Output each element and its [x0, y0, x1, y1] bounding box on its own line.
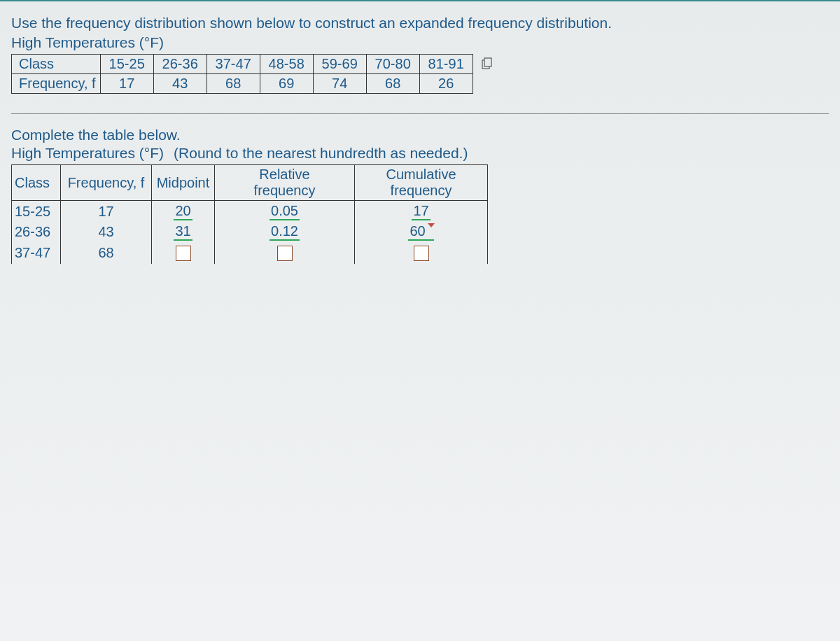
freq-cell: 43 [61, 222, 152, 243]
table-row: Class 15-25 26-36 37-47 48-58 59-69 70-8… [12, 55, 473, 74]
relfreq-cell: 0.05 [215, 201, 355, 222]
midpoint-cell: 20 [152, 201, 215, 222]
freq-cell: 43 [153, 74, 206, 94]
midpoint-cell: 31 [152, 222, 215, 243]
class-cell: 26-36 [153, 55, 206, 74]
svg-rect-1 [484, 58, 491, 66]
table-row: 37-47 68 [12, 243, 488, 264]
relfreq-input[interactable] [277, 246, 293, 261]
midpoint-input-cell [152, 243, 215, 264]
row-label: Frequency, f [12, 74, 101, 94]
freq-cell: 17 [61, 201, 152, 222]
class-cell: 70-80 [366, 55, 419, 74]
header-class: Class [12, 165, 61, 201]
relfreq-input-cell [215, 243, 355, 264]
subtitle-text: High Temperatures (°F) [11, 34, 829, 51]
table-row: Frequency, f 17 43 68 69 74 68 26 [12, 74, 473, 94]
class-cell: 15-25 [12, 201, 61, 222]
header-freq: Frequency, f [61, 165, 152, 201]
freq-cell: 17 [100, 74, 153, 94]
row-label: Class [12, 55, 101, 74]
round-note: (Round to the nearest hundredth as neede… [174, 145, 468, 162]
class-cell: 37-47 [206, 55, 260, 74]
cumfreq-cell: 60 [355, 222, 488, 243]
freq-cell: 68 [366, 74, 419, 94]
instruction-text: Use the frequency distribution shown bel… [11, 13, 829, 33]
answered-value: 60 [408, 223, 433, 241]
subtitle-2: High Temperatures (°F) [11, 145, 164, 162]
answered-value: 0.05 [270, 203, 300, 220]
answered-value: 31 [174, 223, 192, 241]
class-cell: 37-47 [12, 243, 61, 264]
answered-value: 20 [174, 203, 192, 220]
class-cell: 81-91 [419, 55, 472, 74]
header-cumulative: Cumulative frequency [355, 165, 488, 201]
class-cell: 48-58 [260, 55, 313, 74]
relfreq-cell: 0.12 [215, 222, 355, 243]
cumfreq-input[interactable] [414, 246, 429, 261]
freq-cell: 68 [206, 74, 260, 94]
freq-cell: 74 [313, 74, 366, 94]
class-cell: 26-36 [12, 222, 61, 243]
expanded-table: Class Frequency, f Midpoint Relative fre… [11, 164, 488, 264]
table-header-row: Class Frequency, f Midpoint Relative fre… [12, 165, 488, 201]
complete-instruction: Complete the table below. [11, 127, 829, 143]
answered-value: 0.12 [270, 223, 300, 241]
freq-cell: 26 [419, 74, 472, 94]
cumfreq-input-cell [355, 243, 488, 264]
divider [11, 113, 829, 114]
header-relative: Relative frequency [215, 165, 355, 201]
cumfreq-cell: 17 [355, 201, 488, 222]
table-row: 26-36 43 31 0.12 60 [12, 222, 488, 243]
freq-cell: 69 [260, 74, 313, 94]
freq-cell: 68 [61, 243, 152, 264]
midpoint-input[interactable] [176, 246, 191, 261]
copy-icon[interactable] [481, 57, 493, 70]
header-midpoint: Midpoint [152, 165, 215, 201]
class-cell: 15-25 [100, 55, 153, 74]
class-cell: 59-69 [313, 55, 366, 74]
table-row: 15-25 17 20 0.05 17 [12, 201, 488, 222]
frequency-table: Class 15-25 26-36 37-47 48-58 59-69 70-8… [11, 54, 473, 94]
answered-value: 17 [412, 203, 430, 220]
